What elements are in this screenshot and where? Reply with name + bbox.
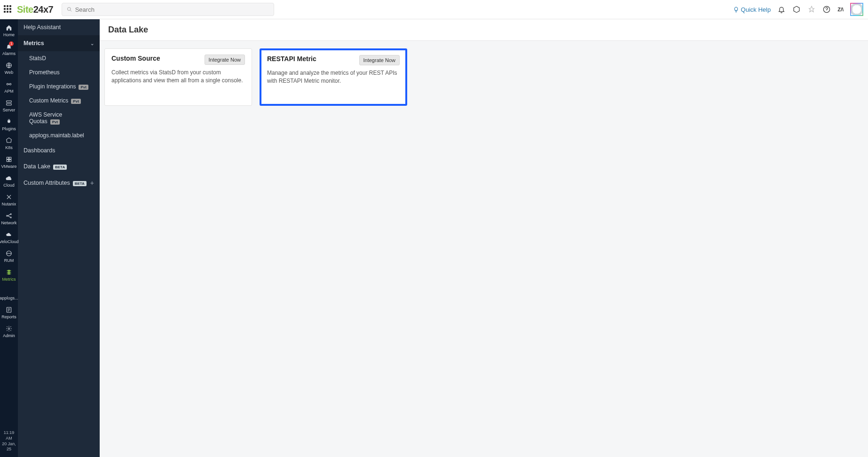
apps-grid-icon[interactable] <box>4 5 12 14</box>
topbar-right: Quick Help Z/\ <box>733 3 863 16</box>
bell-icon[interactable] <box>777 5 786 14</box>
svg-line-1 <box>70 10 71 11</box>
quick-help-link[interactable]: Quick Help <box>733 6 771 13</box>
search-input[interactable] <box>75 6 269 13</box>
logo[interactable]: Site24x7 <box>17 4 53 15</box>
zoho-badge[interactable]: Z/\ <box>837 7 844 12</box>
help-icon[interactable] <box>822 5 831 14</box>
search-icon <box>67 7 72 12</box>
search-input-wrap[interactable] <box>62 3 274 16</box>
bulb-icon <box>733 7 739 13</box>
topbar: Site24x7 Quick Help Z/\ <box>0 0 868 19</box>
quick-help-label: Quick Help <box>741 6 771 13</box>
svg-point-0 <box>68 8 71 11</box>
svg-marker-2 <box>794 6 799 12</box>
hexagon-icon[interactable] <box>792 5 801 14</box>
pin-icon[interactable] <box>807 5 816 14</box>
avatar[interactable] <box>850 3 863 16</box>
